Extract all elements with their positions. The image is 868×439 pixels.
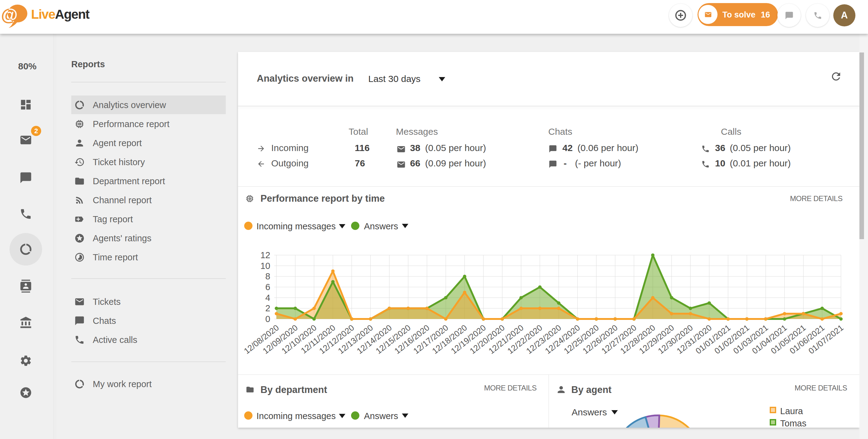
- svg-text:0: 0: [266, 314, 270, 324]
- svg-text:12: 12: [260, 250, 270, 260]
- svg-text:10: 10: [260, 261, 270, 271]
- svg-text:8: 8: [266, 271, 270, 281]
- svg-text:4: 4: [266, 293, 270, 303]
- svg-text:@: @: [1, 5, 18, 24]
- svg-text:2: 2: [266, 303, 270, 313]
- svg-text:6: 6: [266, 282, 270, 292]
- svg-text:LiveAgent: LiveAgent: [31, 7, 90, 22]
